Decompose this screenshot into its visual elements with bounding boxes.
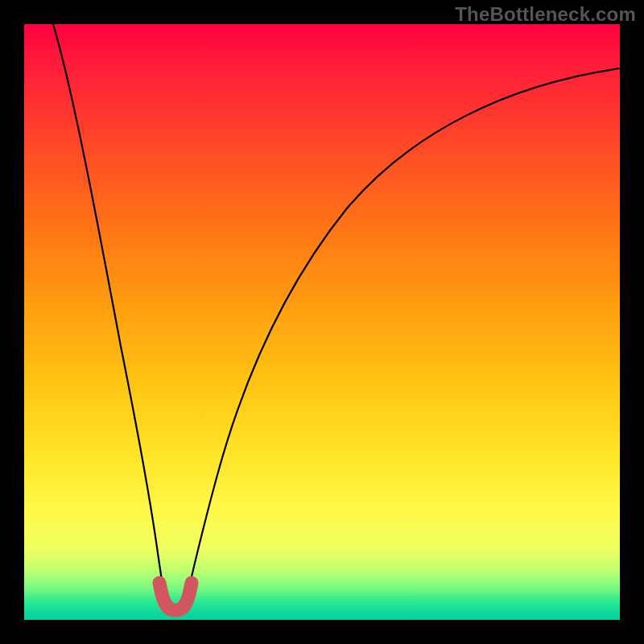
bottleneck-curve-right xyxy=(185,68,620,604)
curve-layer xyxy=(24,24,620,620)
zero-bottleneck-highlight xyxy=(159,583,192,610)
bottleneck-curve-left xyxy=(53,24,166,604)
plot-area xyxy=(24,24,620,620)
chart-frame: TheBottleneck.com xyxy=(0,0,644,644)
watermark-text: TheBottleneck.com xyxy=(455,3,636,26)
